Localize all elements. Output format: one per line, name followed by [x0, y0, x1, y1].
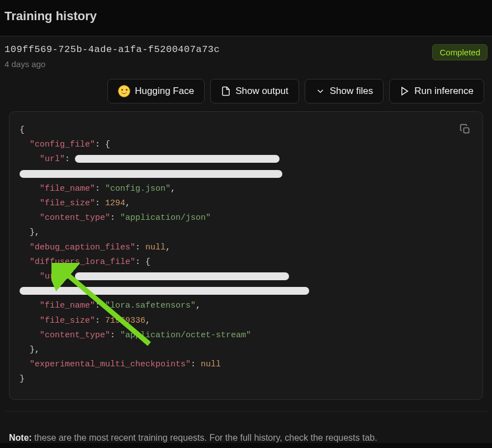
action-buttons: Hugging Face Show output Show files Run …: [4, 79, 488, 103]
play-icon: [400, 86, 410, 96]
redacted-url: [75, 272, 289, 280]
chevron-down-icon: [315, 86, 325, 96]
button-label: Hugging Face: [135, 86, 194, 97]
note-bold: Note:: [9, 433, 32, 442]
button-label: Show output: [235, 86, 288, 97]
status-badge: Completed: [432, 44, 488, 60]
hugging-face-button[interactable]: Hugging Face: [107, 79, 205, 103]
redacted-line: [20, 170, 282, 178]
note-footer: Note: these are the most recent training…: [4, 411, 488, 443]
show-files-button[interactable]: Show files: [305, 79, 384, 103]
output-code-panel: { "config_file": { "url": "file_name": "…: [9, 111, 483, 400]
page-title: Training history: [0, 0, 492, 36]
show-output-button[interactable]: Show output: [210, 79, 299, 103]
run-inference-button[interactable]: Run inference: [389, 79, 484, 103]
button-label: Show files: [330, 86, 373, 97]
redacted-url: [75, 155, 280, 163]
job-id: 109ff569-725b-4ade-a1fa-f5200407a73c: [4, 44, 220, 55]
job-header: 109ff569-725b-4ade-a1fa-f5200407a73c 4 d…: [4, 44, 488, 69]
json-output: { "config_file": { "url": "file_name": "…: [20, 123, 472, 387]
note-text: these are the most recent training reque…: [32, 433, 377, 442]
job-time: 4 days ago: [4, 59, 220, 69]
training-job: 109ff569-725b-4ade-a1fa-f5200407a73c 4 d…: [0, 36, 492, 443]
file-icon: [221, 86, 231, 96]
redacted-line: [20, 287, 309, 295]
hugging-face-icon: [118, 85, 130, 97]
button-label: Run inference: [414, 86, 474, 97]
svg-marker-0: [402, 87, 408, 95]
